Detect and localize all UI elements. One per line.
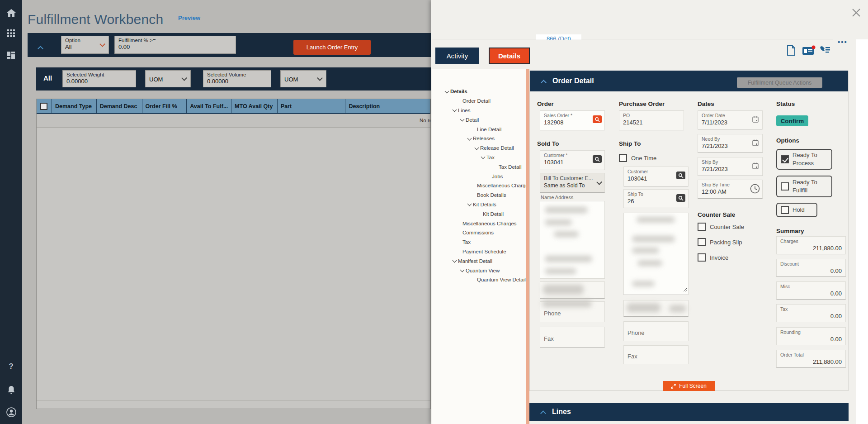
launch-order-entry-button[interactable]: Launch Order Entry xyxy=(293,40,371,55)
counter-sale-checkbox[interactable]: Packing Slip xyxy=(698,238,742,246)
tree-item[interactable]: Quantum View xyxy=(432,266,526,275)
search-icon[interactable] xyxy=(593,155,602,163)
sold-to-address-textarea[interactable] xyxy=(540,201,605,279)
tree-item[interactable]: Jobs xyxy=(432,172,526,181)
ship-to-phone-field[interactable]: Phone xyxy=(623,321,689,341)
clipped-record-link[interactable]: 866 (Det) xyxy=(536,34,581,40)
tree-item[interactable]: Commissions xyxy=(432,228,526,238)
tree-item[interactable]: Tax xyxy=(432,238,526,247)
collapse-toolbar-icon[interactable] xyxy=(38,43,43,51)
grid-column-header[interactable]: MTO Avail Qty xyxy=(231,99,278,113)
option-checkbox-box[interactable]: Hold xyxy=(776,203,817,217)
grid-column-header[interactable]: Order Fill % xyxy=(142,99,187,113)
collapse-section-icon[interactable] xyxy=(541,77,546,85)
one-time-checkbox[interactable]: One Time xyxy=(619,154,656,162)
fulfillment-pct-field[interactable]: Fulfillment % >= 0.00 xyxy=(114,36,236,54)
calendar-icon[interactable] xyxy=(752,139,759,148)
option-label-line1: Ready To xyxy=(793,151,817,159)
collapse-section-icon[interactable] xyxy=(540,408,546,416)
tree-item-label: Release Detail xyxy=(480,145,514,151)
search-icon[interactable] xyxy=(676,172,685,179)
confirm-status-button[interactable]: Confirm xyxy=(776,115,808,126)
tree-item[interactable]: Details xyxy=(432,87,526,96)
overflow-menu-icon[interactable]: ••• xyxy=(838,38,848,46)
tree-item[interactable]: Releases xyxy=(432,134,526,143)
tree-item[interactable]: Tax Detail xyxy=(432,162,526,172)
option-dropdown[interactable]: Option All xyxy=(61,36,109,54)
grid-column-header[interactable]: Avail To Fulf... xyxy=(187,99,231,113)
panel-splitter[interactable] xyxy=(526,69,529,424)
bill-to-customer-dropdown[interactable]: Bill To Customer E... Same as Sold To xyxy=(540,173,605,193)
home-icon[interactable] xyxy=(0,5,22,21)
grid-column-header[interactable]: Demand Desc xyxy=(97,99,142,113)
attachment-icon[interactable] xyxy=(787,45,796,56)
checkbox-icon xyxy=(781,182,789,191)
uom-weight-dropdown[interactable]: UOM xyxy=(145,70,191,87)
grid-column-header[interactable]: Part xyxy=(278,99,346,113)
date-field[interactable]: Ship By Time 12:00 AM xyxy=(698,180,763,199)
tree-item[interactable]: Book Details xyxy=(432,191,526,200)
tree-item[interactable]: Payment Schedule xyxy=(432,247,526,257)
notifications-bell-icon[interactable] xyxy=(0,382,22,397)
close-icon[interactable] xyxy=(851,8,863,19)
dashboard-icon[interactable] xyxy=(0,48,22,63)
tree-item[interactable]: Kit Details xyxy=(432,200,526,210)
grid-column-header[interactable]: Demand Type xyxy=(52,99,97,113)
sales-order-field[interactable]: Sales Order * 132908 xyxy=(540,110,605,130)
ship-to-customer-field[interactable]: Customer 103041 xyxy=(623,167,689,186)
apps-grid-icon[interactable] xyxy=(0,25,22,41)
resize-handle[interactable] xyxy=(683,286,687,294)
tree-item[interactable]: Manifest Detail xyxy=(432,256,526,266)
tree-item[interactable]: Order Detail xyxy=(432,96,526,106)
date-field[interactable]: Order Date 7/11/2023 xyxy=(698,110,763,129)
tree-item[interactable]: Miscellaneous Charges xyxy=(432,181,526,191)
tree-item[interactable]: Detail xyxy=(432,115,526,124)
option-checkbox-box[interactable]: Ready To Fullfill xyxy=(776,176,832,197)
counter-sale-checkbox[interactable]: Counter Sale xyxy=(698,223,744,231)
calendar-icon[interactable] xyxy=(752,162,759,171)
tab[interactable]: Activity xyxy=(435,48,479,64)
tree-item[interactable]: Release Detail xyxy=(432,143,526,153)
memo-card-icon[interactable] xyxy=(802,45,816,56)
counter-sale-checkbox[interactable]: Invoice xyxy=(698,253,728,262)
tree-item[interactable]: Quantum View Detail xyxy=(432,275,526,285)
sold-to-phone-field[interactable]: Phone xyxy=(540,301,605,322)
date-field-value: 7/21/2023 xyxy=(702,143,759,149)
full-screen-button[interactable]: Full Screen xyxy=(663,381,715,391)
sold-to-extra-field[interactable] xyxy=(540,281,605,299)
help-icon[interactable]: ? xyxy=(0,359,22,374)
ship-to-address-textarea[interactable] xyxy=(623,213,689,295)
date-field[interactable]: Need By 7/21/2023 xyxy=(698,134,763,153)
search-icon[interactable] xyxy=(593,115,602,123)
tree-item[interactable]: Line Detail xyxy=(432,124,526,134)
select-all-checkbox[interactable] xyxy=(40,103,47,110)
ship-to-fax-field[interactable]: Fax xyxy=(623,345,689,364)
sold-to-customer-field[interactable]: Customer * 103041 xyxy=(540,150,605,170)
tree-item[interactable]: Tax xyxy=(432,153,526,162)
calendar-icon[interactable] xyxy=(752,116,759,124)
search-icon[interactable] xyxy=(676,194,685,202)
full-screen-label: Full Screen xyxy=(679,383,707,389)
user-avatar-icon[interactable] xyxy=(0,405,22,420)
ship-to-extra-field[interactable] xyxy=(623,300,689,317)
scrollbar-gutter[interactable] xyxy=(856,39,868,424)
tab[interactable]: Details xyxy=(489,48,530,64)
tree-item[interactable]: Kit Detail xyxy=(432,209,526,219)
selected-weight-field[interactable]: Selected Weight 0.00000 xyxy=(62,70,136,87)
uom-volume-dropdown[interactable]: UOM xyxy=(280,70,326,87)
tree-item[interactable]: Lines xyxy=(432,106,526,115)
date-field[interactable]: Ship By 7/21/2023 xyxy=(698,157,763,176)
call-log-icon[interactable] xyxy=(819,45,831,56)
ship-to-field[interactable]: Ship To 26 xyxy=(623,189,689,208)
selected-volume-field[interactable]: Selected Volume 0.00000 xyxy=(203,70,271,87)
preview-link[interactable]: Preview xyxy=(178,14,200,21)
option-checkbox-box[interactable]: Ready To Process xyxy=(776,149,832,170)
fulfillment-queue-actions-button[interactable]: Fulfillment Queue Actions xyxy=(737,77,822,88)
sold-to-fax-field[interactable]: Fax xyxy=(540,327,605,348)
grid-column-header[interactable]: Description xyxy=(345,99,430,113)
date-field-value: 7/11/2023 xyxy=(702,119,759,126)
grid-column-header[interactable] xyxy=(37,99,52,113)
tree-item[interactable]: Miscellaneous Charges xyxy=(432,219,526,228)
po-field[interactable]: PO 214521 xyxy=(619,110,684,130)
clock-icon[interactable] xyxy=(750,184,760,195)
